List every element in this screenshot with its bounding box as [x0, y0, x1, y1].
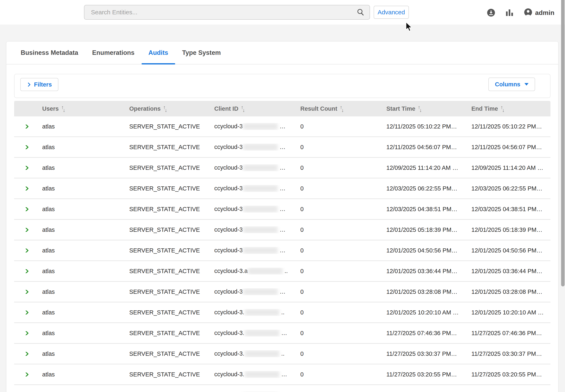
cell-client-id: ccycloud-3…	[210, 144, 296, 151]
cell-result-count: 0	[296, 350, 382, 357]
table-row[interactable]: atlas SERVER_STATE_ACTIVE ccycloud-3.… 0…	[14, 364, 550, 385]
table-toolbar: Filters Columns	[14, 74, 550, 98]
expand-row-chevron-icon[interactable]	[23, 145, 29, 149]
cell-operation: SERVER_STATE_ACTIVE	[125, 123, 210, 130]
cell-client-id: ccycloud-3.…	[210, 330, 296, 336]
redacted-client-id	[243, 288, 278, 295]
cell-end-time: 12/11/2025 05:10:22 PM…	[467, 123, 550, 130]
expand-row-chevron-icon[interactable]	[23, 373, 29, 377]
advanced-search-button[interactable]: Advanced	[374, 6, 409, 19]
expand-row-chevron-icon[interactable]	[23, 290, 29, 294]
columns-button[interactable]: Columns	[488, 78, 535, 91]
cell-operation: SERVER_STATE_ACTIVE	[125, 226, 210, 233]
cell-start-time: 12/01/2025 10:20:10 AM …	[382, 309, 467, 316]
cell-end-time: 12/01/2025 04:50:56 PM…	[467, 247, 550, 254]
tab-business-metadata[interactable]: Business Metadata	[14, 42, 85, 64]
expand-row-chevron-icon[interactable]	[23, 125, 29, 128]
cell-client-id: ccycloud-3...	[210, 350, 296, 357]
cell-client-id: ccycloud-3…	[210, 247, 296, 254]
column-header-client-id[interactable]: Client ID↑↓	[210, 105, 296, 112]
redacted-client-id	[243, 164, 278, 171]
username-label: admin	[535, 9, 554, 16]
sort-icon[interactable]: ↑↓	[340, 106, 344, 112]
table-row[interactable]: atlas SERVER_STATE_ACTIVE ccycloud-3… 0 …	[14, 116, 550, 137]
redacted-client-id	[243, 206, 278, 212]
top-navigation-bar: Advanced admin	[0, 0, 565, 25]
entity-search-box[interactable]	[84, 5, 370, 20]
table-row[interactable]: atlas SERVER_STATE_ACTIVE ccycloud-3… 0 …	[14, 385, 550, 392]
cell-client-id: ccycloud-3…	[210, 123, 296, 130]
table-row[interactable]: atlas SERVER_STATE_ACTIVE ccycloud-3... …	[14, 302, 550, 323]
cell-user: atlas	[38, 226, 125, 233]
cell-start-time: 12/11/2025 04:56:07 PM…	[382, 144, 467, 151]
filters-button[interactable]: Filters	[20, 78, 58, 91]
tab-type-system[interactable]: Type System	[175, 42, 228, 64]
table-row[interactable]: atlas SERVER_STATE_ACTIVE ccycloud-3… 0 …	[14, 282, 550, 302]
expand-row-chevron-icon[interactable]	[23, 249, 29, 252]
table-row[interactable]: atlas SERVER_STATE_ACTIVE ccycloud-3… 0 …	[14, 137, 550, 158]
column-header-result-count[interactable]: Result Count↑↓	[296, 105, 382, 112]
expand-row-chevron-icon[interactable]	[23, 310, 29, 314]
expand-row-chevron-icon[interactable]	[23, 352, 29, 356]
cell-start-time: 12/03/2025 06:22:55 PM…	[382, 185, 467, 192]
download-icon[interactable]	[487, 9, 495, 17]
search-input[interactable]	[90, 9, 354, 16]
cell-start-time: 12/11/2025 05:10:22 PM…	[382, 123, 467, 130]
cell-start-time: 12/09/2025 11:14:20 AM …	[382, 165, 467, 171]
tab-audits[interactable]: Audits	[142, 42, 175, 64]
cell-result-count: 0	[296, 226, 382, 233]
vertical-scrollbar[interactable]	[561, 0, 565, 286]
expand-row-chevron-icon[interactable]	[23, 207, 29, 211]
table-row[interactable]: atlas SERVER_STATE_ACTIVE ccycloud-3… 0 …	[14, 199, 550, 220]
table-row[interactable]: atlas SERVER_STATE_ACTIVE ccycloud-3.a..…	[14, 261, 550, 282]
table-row[interactable]: atlas SERVER_STATE_ACTIVE ccycloud-3… 0 …	[14, 158, 550, 178]
cell-result-count: 0	[296, 330, 382, 336]
cell-end-time: 11/27/2025 03:20:55 PM…	[467, 371, 550, 378]
table-header-row: Users↑↓Operations↑↓Client ID↑↓Result Cou…	[14, 101, 550, 116]
cell-end-time: 12/03/2025 06:22:55 PM…	[467, 185, 550, 192]
chevron-right-icon	[26, 82, 30, 86]
column-header-start-time[interactable]: Start Time↑↓	[382, 105, 467, 112]
column-header-end-time[interactable]: End Time↑↓	[467, 105, 550, 112]
cell-client-id: ccycloud-3…	[210, 206, 296, 212]
cell-start-time: 12/01/2025 03:28:08 PM…	[382, 289, 467, 295]
table-row[interactable]: atlas SERVER_STATE_ACTIVE ccycloud-3... …	[14, 344, 550, 364]
caret-down-icon	[524, 83, 529, 85]
sort-icon[interactable]: ↑↓	[61, 106, 65, 112]
cell-end-time: 12/11/2025 04:56:07 PM…	[467, 144, 550, 151]
expand-row-chevron-icon[interactable]	[23, 331, 29, 335]
tab-enumerations[interactable]: Enumerations	[85, 42, 142, 64]
cell-start-time: 11/27/2025 03:20:55 PM…	[382, 371, 467, 378]
table-row[interactable]: atlas SERVER_STATE_ACTIVE ccycloud-3… 0 …	[14, 178, 550, 199]
sort-icon[interactable]: ↑↓	[501, 106, 505, 112]
redacted-client-id	[243, 144, 278, 151]
table-row[interactable]: atlas SERVER_STATE_ACTIVE ccycloud-3… 0 …	[14, 220, 550, 240]
sort-icon[interactable]: ↑↓	[163, 106, 167, 112]
cell-user: atlas	[38, 123, 125, 130]
expand-row-chevron-icon[interactable]	[23, 187, 29, 191]
table-body: atlas SERVER_STATE_ACTIVE ccycloud-3… 0 …	[14, 116, 550, 392]
cell-user: atlas	[38, 144, 125, 151]
cell-client-id: ccycloud-3…	[210, 164, 296, 171]
table-row[interactable]: atlas SERVER_STATE_ACTIVE ccycloud-3.… 0…	[14, 323, 550, 344]
search-icon[interactable]	[357, 8, 365, 16]
cell-user: atlas	[38, 185, 125, 192]
sort-icon[interactable]: ↑↓	[418, 106, 422, 112]
cell-user: atlas	[38, 268, 125, 275]
sort-icon[interactable]: ↑↓	[241, 106, 245, 112]
user-avatar-icon	[524, 8, 532, 17]
column-label: Result Count	[300, 105, 337, 112]
user-menu[interactable]: admin	[524, 9, 554, 17]
tab-bar: Business Metadata Enumerations Audits Ty…	[6, 42, 558, 64]
column-label: Operations	[129, 105, 161, 112]
redacted-client-id	[245, 309, 279, 316]
cell-user: atlas	[38, 289, 125, 295]
column-header-users[interactable]: Users↑↓	[38, 105, 125, 112]
column-header-operations[interactable]: Operations↑↓	[125, 105, 210, 112]
bar-chart-icon[interactable]	[506, 9, 513, 16]
cell-end-time: 12/03/2025 04:38:51 PM…	[467, 206, 550, 212]
expand-row-chevron-icon[interactable]	[23, 166, 29, 170]
table-row[interactable]: atlas SERVER_STATE_ACTIVE ccycloud-3… 0 …	[14, 240, 550, 261]
expand-row-chevron-icon[interactable]	[23, 228, 29, 232]
expand-row-chevron-icon[interactable]	[23, 269, 29, 273]
